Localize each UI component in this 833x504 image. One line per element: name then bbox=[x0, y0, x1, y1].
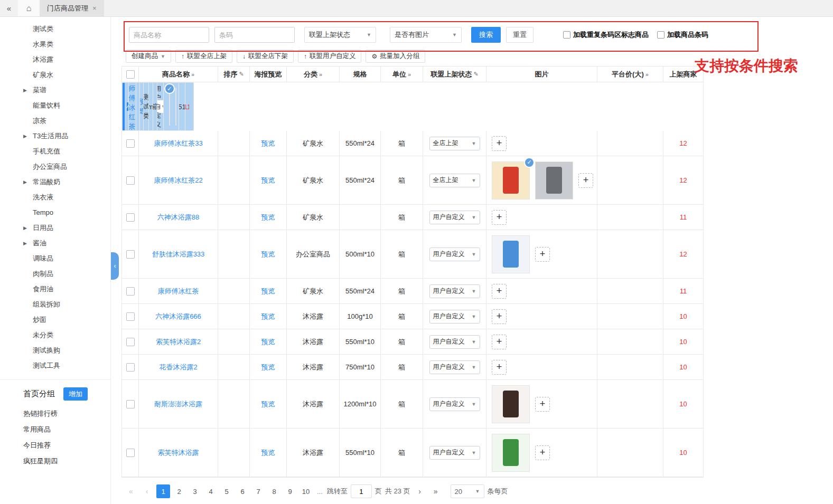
poster-preview-link[interactable]: 预览 bbox=[261, 312, 275, 321]
union-shelf-on-button[interactable]: ↑ 联盟全店上架 bbox=[175, 50, 232, 63]
select-all-checkbox[interactable] bbox=[126, 70, 135, 79]
sidebar-item[interactable]: 测试换购 bbox=[0, 343, 110, 358]
batch-add-group-button[interactable]: ⚙ 批量加入分组 bbox=[366, 50, 425, 63]
poster-preview-link[interactable]: 预览 bbox=[261, 213, 275, 222]
add-group-button[interactable]: 增加 bbox=[63, 387, 88, 401]
create-product-button[interactable]: 创建商品 ▼ bbox=[126, 50, 171, 63]
reset-button[interactable]: 重置 bbox=[506, 27, 534, 43]
search-button[interactable]: 搜索 bbox=[471, 27, 501, 43]
column-header[interactable]: 单位» bbox=[381, 66, 423, 82]
product-name-link[interactable]: 康师傅冰红茶33 bbox=[154, 139, 202, 148]
page-button[interactable]: 2 bbox=[172, 484, 186, 498]
sort-icon[interactable]: » bbox=[645, 71, 649, 78]
load-barcode-checkbox[interactable]: 加载商品条码 bbox=[657, 30, 708, 40]
sidebar-item[interactable]: ▶常温酸奶 bbox=[0, 174, 110, 189]
sidebar-item[interactable]: 调味品 bbox=[0, 251, 110, 266]
status-select[interactable]: 用户自定义▼ bbox=[429, 360, 480, 374]
next-page-button[interactable]: › bbox=[414, 485, 426, 498]
status-select[interactable]: 用户自定义▼ bbox=[429, 211, 480, 224]
product-name-link[interactable]: 康师傅冰红茶44 bbox=[129, 83, 136, 130]
product-image[interactable] bbox=[492, 235, 530, 273]
poster-preview-link[interactable]: 预览 bbox=[261, 287, 275, 296]
sidebar-collapse-handle[interactable]: ‹ bbox=[111, 252, 119, 280]
sidebar-item[interactable]: 矿泉水 bbox=[0, 67, 110, 82]
home-group-item[interactable]: 热销排行榜 bbox=[0, 406, 110, 422]
poster-preview-link[interactable]: 预览 bbox=[261, 250, 275, 259]
column-header[interactable]: 图片 bbox=[486, 66, 597, 82]
status-select[interactable]: 用户自定义▼ bbox=[429, 446, 480, 460]
page-size-select[interactable]: 20 ▼ bbox=[451, 484, 484, 498]
expand-arrow-icon[interactable]: ▶ bbox=[23, 134, 27, 139]
sidebar-item[interactable]: 能量饮料 bbox=[0, 98, 110, 113]
union-shelf-off-button[interactable]: ↓ 联盟全店下架 bbox=[237, 50, 294, 63]
product-name-link[interactable]: 六神沐浴露88 bbox=[157, 213, 199, 222]
row-checkbox[interactable] bbox=[126, 213, 135, 222]
sidebar-item[interactable]: ▶菜谱 bbox=[0, 82, 110, 98]
product-image[interactable]: ✓ bbox=[492, 161, 530, 199]
sidebar-item[interactable]: 测试类 bbox=[0, 21, 110, 36]
expand-arrow-icon[interactable]: ▶ bbox=[23, 241, 27, 246]
jump-page-input[interactable] bbox=[351, 484, 372, 498]
add-image-button[interactable]: + bbox=[492, 136, 507, 151]
product-image[interactable] bbox=[492, 385, 530, 423]
add-image-button[interactable]: + bbox=[535, 445, 550, 460]
sidebar-item[interactable]: 未分类 bbox=[0, 327, 110, 343]
column-header[interactable]: 海报预览 bbox=[250, 66, 287, 82]
column-header[interactable]: 规格 bbox=[340, 66, 381, 82]
home-group-item[interactable]: 常用商品 bbox=[0, 422, 110, 438]
row-checkbox[interactable] bbox=[126, 176, 135, 185]
edit-icon[interactable]: ✎ bbox=[473, 71, 478, 78]
add-image-button[interactable]: + bbox=[492, 360, 507, 375]
add-image-button[interactable]: + bbox=[492, 210, 507, 225]
sidebar-item[interactable]: 炒面 bbox=[0, 312, 110, 327]
first-page-button[interactable]: « bbox=[125, 485, 137, 498]
poster-preview-link[interactable]: 预览 bbox=[261, 400, 275, 409]
sidebar-item[interactable]: 沐浴露 bbox=[0, 52, 110, 67]
status-select[interactable]: 用户自定义▼ bbox=[429, 284, 480, 298]
edit-icon[interactable]: ✎ bbox=[239, 71, 244, 78]
expand-arrow-icon[interactable]: ▶ bbox=[23, 88, 27, 93]
tab-store-product-management[interactable]: 门店商品管理 × bbox=[40, 0, 104, 16]
status-select[interactable]: 用户自定义▼ bbox=[429, 397, 480, 411]
product-name-link[interactable]: 索芙特沐浴露 bbox=[158, 448, 199, 458]
page-button[interactable]: 3 bbox=[188, 484, 202, 498]
poster-preview-link[interactable]: 预览 bbox=[261, 176, 275, 185]
poster-preview-link[interactable]: 预览 bbox=[261, 139, 275, 148]
row-checkbox[interactable] bbox=[126, 449, 135, 457]
product-name-link[interactable]: 花香沐浴露2 bbox=[159, 363, 197, 372]
load-duplicate-barcode-checkbox[interactable]: 加载重复条码区标志商品 bbox=[563, 30, 649, 40]
product-name-link[interactable]: 耐斯澎澎沐浴露 bbox=[154, 400, 202, 409]
product-name-link[interactable]: 六神沐浴露666 bbox=[155, 312, 201, 321]
poster-preview-link[interactable]: 预览 bbox=[261, 363, 275, 372]
status-select[interactable]: 用户自定义▼ bbox=[429, 248, 480, 261]
sidebar-item[interactable]: ▶酱油 bbox=[0, 235, 110, 251]
union-status-select[interactable]: 联盟上架状态 ▼ bbox=[304, 27, 376, 43]
expand-arrow-icon[interactable]: ▶ bbox=[23, 225, 27, 231]
row-checkbox[interactable] bbox=[126, 338, 135, 346]
sidebar-item[interactable]: 肉制品 bbox=[0, 266, 110, 281]
row-checkbox[interactable] bbox=[126, 139, 135, 148]
page-button[interactable]: 7 bbox=[251, 484, 265, 498]
sidebar-item[interactable]: ▶T3生活用品 bbox=[0, 128, 110, 144]
sidebar-item[interactable]: 洗衣液 bbox=[0, 189, 110, 205]
home-group-item[interactable]: 今日推荐 bbox=[0, 438, 110, 453]
column-header[interactable]: 商品名称» bbox=[139, 66, 218, 82]
product-name-link[interactable]: 舒肤佳沐浴露333 bbox=[152, 250, 205, 259]
menu-collapse-icon[interactable]: « bbox=[0, 0, 18, 16]
product-name-input[interactable] bbox=[129, 27, 209, 43]
status-select[interactable]: 用户自定义▼ bbox=[429, 310, 480, 324]
add-image-button[interactable]: + bbox=[492, 309, 507, 324]
product-name-link[interactable]: 康师傅冰红茶22 bbox=[154, 176, 202, 185]
row-checkbox[interactable] bbox=[126, 400, 135, 408]
close-icon[interactable]: × bbox=[92, 4, 97, 12]
add-image-button[interactable]: + bbox=[492, 335, 507, 349]
page-button[interactable]: 10 bbox=[299, 484, 313, 498]
product-name-link[interactable]: 索芙特沐浴露2 bbox=[156, 337, 201, 347]
page-button[interactable]: 1 bbox=[156, 484, 170, 498]
poster-preview-link[interactable]: 预览 bbox=[140, 97, 144, 116]
sidebar-item[interactable]: ▶日用品 bbox=[0, 220, 110, 235]
expand-arrow-icon[interactable]: ▶ bbox=[23, 179, 27, 185]
product-image[interactable] bbox=[492, 434, 530, 472]
page-button[interactable]: 9 bbox=[283, 484, 297, 498]
sidebar-item[interactable]: 测试工具 bbox=[0, 358, 110, 373]
